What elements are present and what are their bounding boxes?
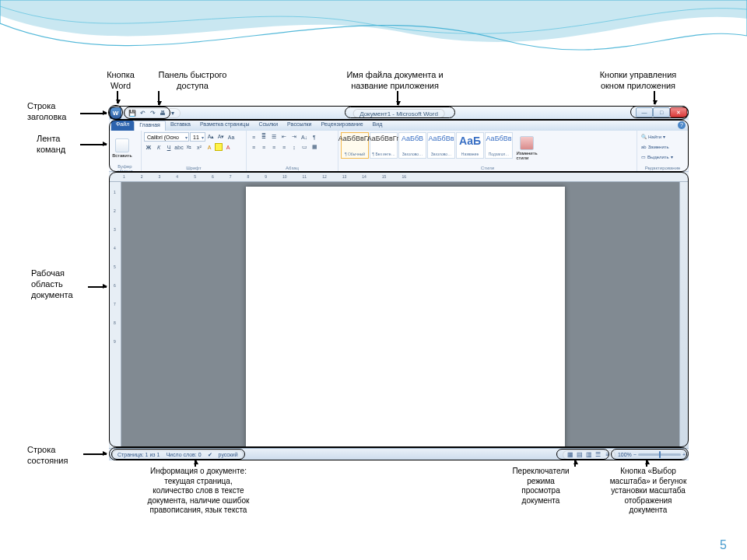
italic-icon[interactable]: К — [154, 142, 163, 152]
tab-mail[interactable]: Рассылки — [282, 121, 316, 131]
indent-dec-icon[interactable]: ⇤ — [279, 132, 289, 142]
style-card[interactable]: АаБНазвание — [456, 132, 484, 159]
status-bar: Страница: 1 из 1 Число слов: 0 ✔ русский… — [109, 448, 689, 460]
arrow-titlebar — [80, 113, 107, 114]
paste-icon — [115, 138, 129, 152]
style-card[interactable]: АаБбВЗаголово… — [398, 132, 426, 159]
replace-button[interactable]: abЗаменить — [640, 142, 671, 151]
help-icon[interactable]: ? — [678, 121, 686, 129]
shading-icon[interactable]: ▭ — [300, 142, 309, 152]
zoom-out-icon[interactable]: − — [633, 452, 637, 457]
style-card[interactable]: АаБбВвЗаголово… — [427, 132, 455, 159]
tab-review[interactable]: Рецензирование — [317, 121, 368, 131]
status-info[interactable]: Страница: 1 из 1 Число слов: 0 ✔ русский — [112, 450, 244, 460]
subscript-icon[interactable]: x₂ — [184, 142, 194, 152]
slide-page-number: 5 — [720, 538, 727, 552]
status-words[interactable]: Число слов: 0 — [166, 452, 201, 457]
font-color-icon[interactable]: A — [223, 142, 233, 152]
style-card[interactable]: АаБбВвГг,¶ Без инте… — [370, 132, 398, 159]
horizontal-ruler[interactable]: 12345678910111213141516 — [109, 172, 689, 182]
group-paragraph-label: Абзац — [249, 165, 335, 171]
document-page[interactable] — [246, 187, 565, 448]
qat-more-icon[interactable]: ▾ — [169, 110, 177, 117]
change-styles-button[interactable]: Изменить стили — [514, 132, 539, 163]
word-button[interactable]: W — [110, 107, 121, 119]
justify-icon[interactable]: ≡ — [279, 142, 289, 152]
borders-icon[interactable]: ▦ — [310, 142, 319, 152]
zoom-in-icon[interactable]: + — [682, 452, 686, 457]
replace-icon: ab — [641, 145, 647, 149]
ann-work-area: Рабочая область документа — [31, 268, 87, 300]
indent-inc-icon[interactable]: ⇥ — [289, 132, 299, 142]
vertical-ruler[interactable]: 123456789 — [109, 182, 121, 448]
superscript-icon[interactable]: x² — [195, 142, 204, 152]
redo-icon[interactable]: ↷ — [149, 110, 156, 117]
save-icon[interactable]: 💾 — [128, 110, 136, 117]
proofing-icon[interactable]: ✔ — [208, 452, 212, 458]
select-button[interactable]: ▭Выделить ▾ — [640, 152, 675, 161]
line-spacing-icon[interactable]: ↕ — [289, 142, 299, 152]
undo-icon[interactable]: ↶ — [139, 110, 146, 117]
style-card[interactable]: АаБбВвГг,¶ Обычный — [341, 132, 369, 159]
tab-insert[interactable]: Вставка — [166, 121, 195, 131]
change-case-icon[interactable]: Aa — [226, 132, 236, 142]
bold-icon[interactable]: Ж — [144, 142, 153, 152]
arrow-title-text — [397, 91, 398, 105]
numbering-icon[interactable]: ≣ — [259, 132, 268, 142]
word-window: W 💾 ↶ ↷ 🖶 ▾ Документ1 - Microsoft Word —… — [109, 107, 689, 460]
view-read-icon[interactable]: ▤ — [575, 451, 584, 459]
arrow-zoom — [646, 460, 647, 467]
multilevel-icon[interactable]: ☰ — [269, 132, 279, 142]
align-center-icon[interactable]: ≡ — [259, 142, 268, 152]
shrink-font-icon[interactable]: A▾ — [216, 132, 226, 142]
document-area[interactable] — [121, 182, 689, 448]
zoom-slider[interactable] — [638, 453, 681, 456]
ribbon: Вставить Буфер обмена Calibri (Осно 11 A… — [109, 131, 689, 172]
bullets-icon[interactable]: ≡ — [249, 132, 258, 142]
arrow-doc-info — [195, 460, 196, 467]
view-draft-icon[interactable]: ≡ — [603, 451, 612, 459]
arrow-view-switch — [574, 460, 576, 467]
status-page[interactable]: Страница: 1 из 1 — [117, 452, 160, 457]
view-switcher[interactable]: ▦ ▤ ▥ ☰ ≡ — [563, 450, 615, 460]
ann-zoom: Кнопка «Выбор масштаба» и бегунок устано… — [594, 467, 703, 516]
pilcrow-icon[interactable]: ¶ — [310, 132, 319, 142]
arrow-qat — [158, 91, 160, 105]
font-size-combo[interactable]: 11 — [190, 132, 205, 142]
styles-gallery[interactable]: АаБбВвГг,¶ ОбычныйАаБбВвГг,¶ Без инте…Аа… — [341, 132, 513, 159]
select-icon: ▭ — [641, 154, 646, 159]
text-effects-icon[interactable]: A — [205, 142, 214, 152]
ann-title-text: Имя файла документа и название приложени… — [323, 70, 467, 92]
zoom-controls[interactable]: 100% − + — [618, 452, 686, 457]
tab-view[interactable]: Вид — [368, 121, 388, 131]
tab-home[interactable]: Главная — [134, 121, 166, 131]
underline-icon[interactable]: Ч — [164, 142, 174, 152]
zoom-label[interactable]: 100% — [618, 452, 632, 457]
quick-access-toolbar[interactable]: 💾 ↶ ↷ 🖶 ▾ — [124, 108, 181, 118]
status-lang[interactable]: русский — [219, 452, 238, 457]
maximize-button[interactable]: □ — [653, 107, 670, 117]
sort-icon[interactable]: A↓ — [300, 132, 309, 142]
font-name-combo[interactable]: Calibri (Осно — [144, 132, 189, 142]
align-right-icon[interactable]: ≡ — [269, 142, 279, 152]
view-web-icon[interactable]: ▥ — [584, 451, 594, 459]
align-left-icon[interactable]: ≡ — [249, 142, 258, 152]
minimize-button[interactable]: — — [636, 107, 653, 117]
grow-font-icon[interactable]: A▴ — [206, 132, 216, 142]
tab-layout[interactable]: Разметка страницы — [195, 121, 254, 131]
highlight-icon[interactable] — [215, 143, 223, 151]
close-button[interactable]: ✕ — [670, 107, 687, 117]
find-button[interactable]: 🔍Найти ▾ — [640, 132, 667, 141]
view-print-icon[interactable]: ▦ — [566, 451, 575, 459]
tab-file[interactable]: Файл — [111, 121, 134, 131]
ann-quick-access: Панель быстрого доступа — [148, 70, 237, 92]
print-icon[interactable]: 🖶 — [159, 110, 167, 117]
window-title: Документ1 - Microsoft Word — [352, 109, 445, 118]
paste-button[interactable]: Вставить — [111, 132, 133, 163]
ann-titlebar-row: Строка заголовка — [27, 101, 80, 123]
style-card[interactable]: АаБбВвПодзагол… — [485, 132, 513, 159]
strike-icon[interactable]: abc — [174, 142, 184, 152]
ann-window-controls: Кнопки управления окном приложения — [580, 70, 696, 92]
view-outline-icon[interactable]: ☰ — [594, 451, 603, 459]
tab-refs[interactable]: Ссылки — [254, 121, 282, 131]
